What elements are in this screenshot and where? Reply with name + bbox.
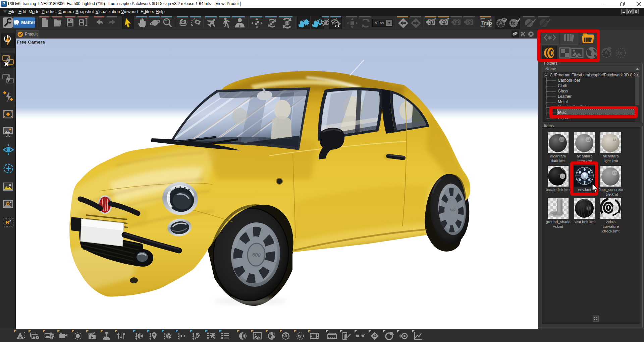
svg-text:LS: LS bbox=[560, 138, 564, 141]
svg-text:fx: fx bbox=[617, 50, 623, 56]
svg-text:1: 1 bbox=[430, 20, 433, 25]
svg-text:3: 3 bbox=[456, 20, 458, 25]
svg-text:2: 2 bbox=[443, 20, 445, 25]
svg-text:LS: LS bbox=[561, 175, 565, 178]
svg-text:R: R bbox=[6, 219, 9, 225]
svg-text:LS: LS bbox=[613, 172, 617, 175]
svg-text:500: 500 bbox=[252, 252, 261, 258]
svg-text:fx: fx bbox=[298, 334, 302, 339]
svg-text:500: 500 bbox=[450, 208, 456, 212]
svg-text:Trsp: Trsp bbox=[481, 20, 492, 26]
svg-text:LS: LS bbox=[587, 138, 591, 141]
svg-text:LS: LS bbox=[587, 207, 591, 210]
svg-text:LS: LS bbox=[613, 138, 617, 141]
svg-text:fx: fx bbox=[511, 20, 516, 26]
svg-text:4: 4 bbox=[469, 20, 471, 25]
svg-text:R: R bbox=[6, 201, 10, 207]
svg-text:LS: LS bbox=[613, 207, 618, 210]
svg-text:R: R bbox=[18, 335, 22, 340]
svg-text:-: - bbox=[166, 21, 167, 24]
